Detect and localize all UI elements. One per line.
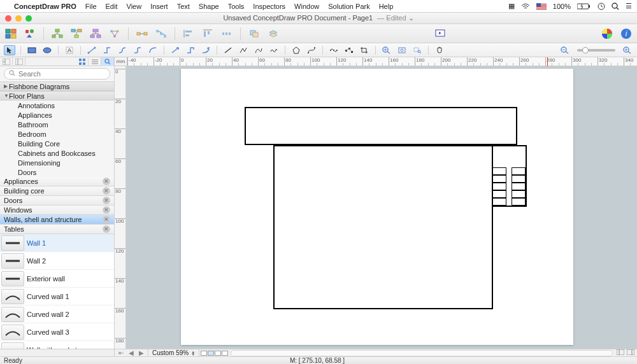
menu-window[interactable]: Window xyxy=(294,3,319,10)
info-icon[interactable]: i xyxy=(619,27,633,41)
text-tool[interactable]: A xyxy=(64,45,75,55)
library-search-input[interactable] xyxy=(4,68,110,80)
zoom-out-button[interactable] xyxy=(559,45,571,55)
wall-segment-right[interactable] xyxy=(492,207,493,309)
library-item-bedroom[interactable]: Bedroom xyxy=(0,129,114,139)
horizontal-ruler[interactable]: -40-200204060801001201401601802002202402… xyxy=(127,57,637,66)
curve-tool[interactable] xyxy=(253,45,264,55)
crop-tool[interactable] xyxy=(359,45,370,55)
view-grid-button[interactable] xyxy=(76,57,89,66)
page-first-button[interactable]: ⇤ xyxy=(117,349,125,356)
tree-diagram-icon[interactable] xyxy=(50,27,64,41)
library-item-dimensioning[interactable]: Dimensioning xyxy=(0,158,114,167)
shape-wall-1[interactable]: Wall 1 xyxy=(0,234,114,252)
process-icon[interactable] xyxy=(154,27,168,41)
menu-view[interactable]: View xyxy=(127,3,142,10)
connector-arrow2-tool[interactable] xyxy=(185,45,196,55)
menu-shape[interactable]: Shape xyxy=(199,3,219,10)
menu-insert[interactable]: Insert xyxy=(150,3,168,10)
panel-toggle-2[interactable] xyxy=(13,57,25,66)
category-doors[interactable]: Doors✕ xyxy=(0,196,114,206)
zoom-in-tool[interactable] xyxy=(381,45,392,55)
vertical-ruler[interactable]: 020406080100120140160180 xyxy=(115,66,126,349)
edit-points-tool[interactable] xyxy=(343,45,355,55)
line-tool[interactable] xyxy=(222,45,234,55)
zoom-fit-tool[interactable] xyxy=(396,45,408,55)
page-thumbnails[interactable] xyxy=(199,351,229,356)
library-item-cabinets-and-bookcases[interactable]: Cabinets and Bookcases xyxy=(0,148,114,158)
window-zoom-button[interactable] xyxy=(25,15,32,22)
library-item-building-core[interactable]: Building Core xyxy=(0,139,114,148)
category-appliances[interactable]: Appliances✕ xyxy=(0,177,114,186)
polygon-tool[interactable] xyxy=(290,45,302,55)
ellipse-tool[interactable] xyxy=(41,45,53,55)
connector-arrow3-tool[interactable] xyxy=(200,45,211,55)
flowchart-icon[interactable] xyxy=(69,27,83,41)
category-close-icon[interactable]: ✕ xyxy=(103,216,110,223)
statusitem-clock-icon[interactable] xyxy=(598,3,605,10)
category-close-icon[interactable]: ✕ xyxy=(103,187,110,195)
drawing-canvas[interactable] xyxy=(126,66,637,349)
group-icon[interactable] xyxy=(247,27,261,41)
zoom-in-button[interactable] xyxy=(622,45,633,55)
color-wheel-icon[interactable] xyxy=(600,27,614,41)
connector-round-tool[interactable] xyxy=(132,45,143,55)
category-building-core[interactable]: Building core✕ xyxy=(0,186,114,196)
shapes-palette-icon[interactable] xyxy=(23,27,37,41)
connector-curve-tool[interactable] xyxy=(117,45,128,55)
document-edited-indicator[interactable]: — Edited ⌄ xyxy=(377,14,413,22)
category-close-icon[interactable]: ✕ xyxy=(103,225,110,233)
hand-tool[interactable] xyxy=(434,45,445,55)
category-close-icon[interactable]: ✕ xyxy=(103,197,110,204)
app-menu[interactable]: ConceptDraw PRO xyxy=(14,3,76,10)
chain-diagram-icon[interactable] xyxy=(135,27,149,41)
statusitem-wifi-icon[interactable] xyxy=(521,3,530,10)
statusitem-flag-icon[interactable] xyxy=(536,3,547,10)
page-next-button[interactable]: ▶ xyxy=(138,349,145,356)
layers-icon[interactable] xyxy=(266,27,280,41)
window-close-button[interactable] xyxy=(5,15,11,22)
connector-smart-tool[interactable] xyxy=(101,45,113,55)
panel-toggle-1[interactable] xyxy=(0,57,13,66)
view-search-button[interactable] xyxy=(101,57,114,66)
category-close-icon[interactable]: ✕ xyxy=(103,178,110,185)
menu-inspectors[interactable]: Inspectors xyxy=(253,3,285,10)
library-item-bathroom[interactable]: Bathroom xyxy=(0,120,114,129)
view-mode-1-icon[interactable] xyxy=(617,349,624,356)
statusitem-search-icon[interactable] xyxy=(612,3,619,10)
category-close-icon[interactable]: ✕ xyxy=(103,206,110,214)
category-windows[interactable]: Windows✕ xyxy=(0,206,114,215)
library-panel-icon[interactable] xyxy=(4,27,18,41)
network-diagram-icon[interactable] xyxy=(108,27,122,41)
distribute-icon[interactable] xyxy=(220,27,234,41)
zoom-region-tool[interactable] xyxy=(412,45,423,55)
zoom-level-label[interactable]: Custom 59% xyxy=(152,349,189,356)
library-item-annotations[interactable]: Annotations xyxy=(0,101,114,110)
menu-edit[interactable]: Edit xyxy=(106,3,118,10)
freehand-tool[interactable] xyxy=(268,45,280,55)
rectangle-tool[interactable] xyxy=(26,45,38,55)
shape-wall-with-pocket[interactable]: Wall with pocket xyxy=(0,341,114,349)
spline-tool[interactable] xyxy=(328,45,340,55)
zoom-stepper[interactable]: ▲▼ xyxy=(191,351,195,356)
menu-text[interactable]: Text xyxy=(177,3,190,10)
wall-rect-main[interactable] xyxy=(273,145,493,309)
wall-rect-top[interactable] xyxy=(245,107,517,145)
presentation-icon[interactable] xyxy=(433,27,447,41)
view-list-button[interactable] xyxy=(89,57,101,66)
connector-arc-tool[interactable] xyxy=(147,45,159,55)
polyline-tool[interactable] xyxy=(238,45,249,55)
window-minimize-button[interactable] xyxy=(15,15,22,22)
library-group-floorplans[interactable]: ▼Floor Plans xyxy=(0,91,114,101)
shape-wall-2[interactable]: Wall 2 xyxy=(0,252,114,270)
library-group-fishbone[interactable]: ▶Fishbone Diagrams xyxy=(0,81,114,91)
statusitem-grid-icon[interactable]: ▦ xyxy=(508,2,515,10)
menu-file[interactable]: File xyxy=(85,3,97,10)
align-left-icon[interactable] xyxy=(182,27,196,41)
page-prev-button[interactable]: ◀ xyxy=(127,349,135,356)
align-top-icon[interactable] xyxy=(201,27,215,41)
view-mode-2-icon[interactable] xyxy=(627,349,634,356)
library-item-doors[interactable]: Doors xyxy=(0,167,114,177)
statusitem-battery-percent[interactable]: 100% xyxy=(553,3,571,10)
connector-arrow1-tool[interactable] xyxy=(169,45,181,55)
